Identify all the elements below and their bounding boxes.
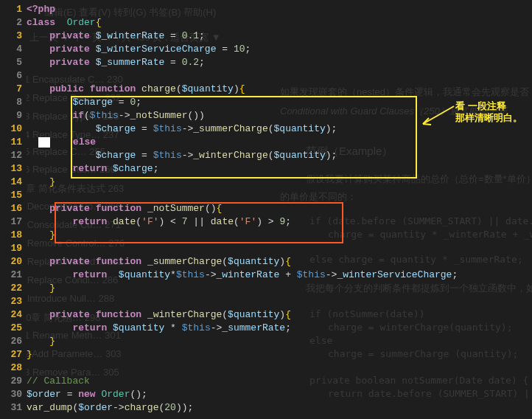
line-number: 3 [0,30,22,43]
code-line[interactable]: } [27,335,532,348]
line-number: 6 [0,69,22,83]
line-number: 8 [0,96,22,109]
code-line[interactable] [27,361,532,375]
code-line[interactable]: <?php [27,3,532,16]
code-line[interactable]: private function _notSummer(){ [27,202,532,215]
code-line[interactable]: private function _winterCharge($quantity… [27,308,532,322]
line-number: 21 [0,269,22,282]
code-line[interactable]: return date('F') < 7 || date('F') > 9; [27,215,532,229]
code-line[interactable]: $order = new Order(); [27,388,532,401]
code-line[interactable] [27,242,532,255]
line-number: 15 [0,189,22,202]
code-line[interactable]: else [27,136,532,149]
line-number: 29 [0,375,22,388]
line-number: 9 [0,109,22,122]
code-line[interactable]: private $_winterServiceCharge = 10; [27,43,532,56]
code-line[interactable]: return $charge; [27,162,532,176]
code-line[interactable]: private function _summerCharge($quantity… [27,255,532,269]
code-line[interactable]: class Order{ [27,16,532,30]
line-number: 1 [0,3,22,16]
line-number: 17 [0,215,22,229]
code-line[interactable]: // Callback [27,375,532,388]
line-number: 26 [0,335,22,348]
annotation-text: 看 一段注释 那样清晰明白。 [455,100,522,124]
line-number: 27 [0,348,22,361]
line-number: 16 [0,202,22,215]
line-number: 10 [0,122,22,136]
code-line[interactable] [27,295,532,308]
line-number: 2 [0,16,22,30]
line-number: 13 [0,162,22,176]
code-line[interactable] [27,69,532,83]
line-number: 28 [0,361,22,375]
line-number: 23 [0,295,22,308]
line-number: 7 [0,83,22,96]
line-number: 30 [0,388,22,401]
code-line[interactable]: } [27,348,532,361]
code-line[interactable]: } [27,282,532,295]
code-line[interactable]: private $_winterRate = 0.1; [27,30,532,43]
line-number: 24 [0,308,22,322]
line-number: 19 [0,242,22,255]
annotation-line2: 那样清晰明白。 [455,112,522,124]
code-line[interactable]: $charge = $this->_winterCharge($quantity… [27,149,532,162]
line-number-gutter: 1234567891011121314151617181920212223242… [0,0,27,419]
line-number: 12 [0,149,22,162]
annotation-line1: 看 一段注释 [455,100,522,112]
code-line[interactable]: $charge = $this->_summerCharge($quantity… [27,122,532,136]
line-number: 18 [0,229,22,242]
line-number: 5 [0,56,22,69]
code-line[interactable]: var_dump($order->charge(20)); [27,401,532,415]
code-line[interactable] [27,189,532,202]
line-number: 11 [0,136,22,149]
line-number: 25 [0,322,22,335]
line-number: 14 [0,176,22,189]
code-line[interactable]: private $_summerRate = 0.2; [27,56,532,69]
code-line[interactable]: } [27,229,532,242]
code-editor[interactable]: 1234567891011121314151617181920212223242… [0,0,532,419]
line-number: 31 [0,401,22,415]
line-number: 4 [0,43,22,56]
line-number: 20 [0,255,22,269]
code-line[interactable]: return $quantity * $this->_summerRate; [27,322,532,335]
code-line[interactable]: public function charge($quantity){ [27,83,532,96]
line-number: 22 [0,282,22,295]
code-area[interactable]: <?phpclass Order{ private $_winterRate =… [27,0,532,419]
code-line[interactable]: return $quantity*$this->_winterRate + $t… [27,269,532,282]
code-line[interactable]: } [27,176,532,189]
